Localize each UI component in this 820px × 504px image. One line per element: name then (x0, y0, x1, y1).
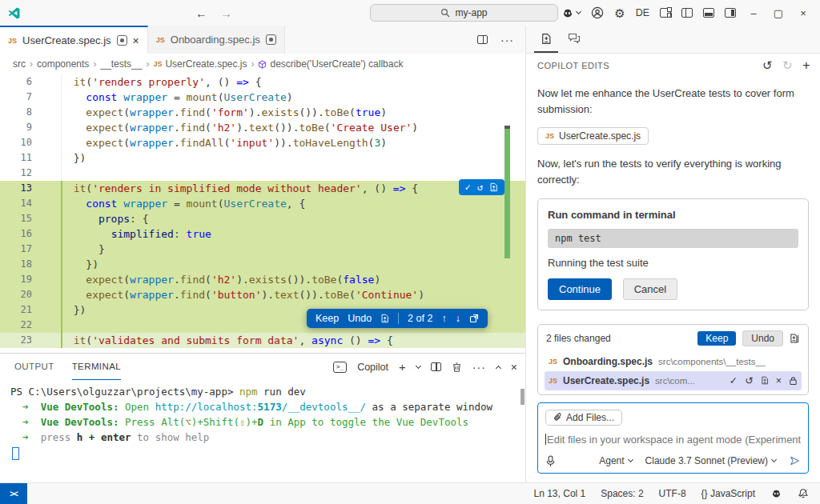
command-center-search[interactable]: my-app (370, 4, 558, 22)
code-line[interactable]: 9 expect(wrapper.find('h2').text()).toBe… (0, 120, 525, 135)
line-number: 20 (0, 287, 51, 302)
undo-button[interactable]: Undo (348, 313, 372, 324)
split-editor-icon[interactable] (477, 35, 488, 44)
modified-indicator-icon[interactable] (117, 35, 127, 46)
terminal-scrollbar[interactable] (521, 389, 525, 405)
open-diff-icon[interactable] (761, 376, 769, 385)
chat-input-box[interactable]: Add Files... Edit files in your workspac… (537, 402, 809, 474)
terminal-output[interactable]: PS C:\Users\olguzzar\projects\my-app> np… (0, 380, 525, 460)
customize-layout-icon[interactable] (660, 8, 671, 18)
code-line[interactable]: 17 } (0, 242, 525, 257)
terminal-profile-icon[interactable]: >_ (333, 362, 347, 373)
accept-change-icon[interactable]: ✓ (465, 182, 471, 193)
keep-button[interactable]: Keep (316, 313, 339, 324)
code-line[interactable]: 18 }) (0, 257, 525, 272)
editor-more-actions-icon[interactable]: ··· (500, 34, 514, 46)
breadcrumb-src[interactable]: src (13, 58, 26, 70)
copilot-menu-button[interactable] (561, 8, 581, 18)
breadcrumb-file[interactable]: JS UserCreate.spec.js (153, 58, 247, 70)
modified-indicator-icon[interactable] (266, 34, 276, 45)
microphone-icon[interactable] (545, 455, 556, 467)
notifications-bell-icon[interactable] (798, 488, 809, 499)
tab-output[interactable]: OUTPUT (14, 354, 54, 380)
toggle-primary-sidebar-icon[interactable] (681, 8, 693, 18)
remove-file-icon[interactable]: × (776, 375, 782, 386)
maximize-panel-icon[interactable] (496, 365, 501, 370)
settings-gear-icon[interactable]: ⚙ (614, 7, 625, 19)
tab-terminal[interactable]: TERMINAL (72, 354, 121, 380)
code-editor[interactable]: 6 it('renders properly', () => {7 const … (0, 74, 525, 353)
window-minimize-button[interactable]: – (746, 7, 761, 19)
code-line[interactable]: 19 expect(wrapper.find('h2').exists()).t… (0, 272, 525, 287)
breadcrumb-separator: › (30, 58, 33, 70)
tab-usercreate-spec[interactable]: JS UserCreate.spec.js × (0, 26, 148, 54)
terminal-dropdown-icon[interactable] (416, 362, 421, 368)
language-mode[interactable]: {} JavaScript (701, 488, 755, 499)
code-line[interactable]: 15 props: { (0, 211, 525, 226)
diff-file-icon[interactable] (489, 182, 498, 192)
toggle-secondary-sidebar-icon[interactable] (725, 8, 736, 18)
keep-all-button[interactable]: Keep (697, 331, 736, 346)
code-line[interactable]: 7 const wrapper = mount(UserCreate) (0, 90, 525, 105)
forward-arrow-icon[interactable]: → (220, 6, 232, 20)
undo-file-icon[interactable]: ↺ (745, 374, 753, 386)
encoding-setting[interactable]: UTF-8 (659, 488, 686, 499)
code-line[interactable]: 14 const wrapper = mount(UserCreate, { (0, 196, 525, 211)
file-chip[interactable]: JS UserCreate.spec.js (537, 127, 649, 145)
split-terminal-icon[interactable] (431, 362, 441, 371)
tab-copilot-chat[interactable] (561, 26, 587, 53)
code-line[interactable]: 11 }) (0, 150, 525, 166)
discard-change-icon[interactable]: ↺ (477, 182, 483, 193)
breadcrumb-components[interactable]: components (37, 58, 89, 70)
window-maximize-button[interactable]: ▢ (771, 7, 786, 19)
code-line[interactable]: 6 it('renders properly', () => { (0, 74, 525, 90)
tab-close-icon[interactable]: × (133, 34, 139, 47)
breadcrumb-tests[interactable]: __tests__ (100, 58, 142, 70)
code-line[interactable]: 16 simplified: true (0, 226, 525, 242)
panel-more-actions-icon[interactable]: ··· (472, 361, 486, 374)
code-line[interactable]: 12 (0, 166, 525, 181)
continue-button[interactable]: Continue (548, 278, 612, 300)
toggle-panel-icon[interactable] (703, 8, 714, 18)
close-panel-icon[interactable]: × (511, 361, 517, 374)
indentation-setting[interactable]: Spaces: 2 (601, 488, 643, 499)
terminal-name[interactable]: Copilot (357, 362, 388, 373)
code-line[interactable]: 13 it('renders in simplified mode withou… (0, 181, 525, 196)
open-changes-icon[interactable] (469, 314, 479, 323)
code-line[interactable]: 20 expect(wrapper.find('button').text())… (0, 287, 525, 302)
copilot-status-icon[interactable] (770, 489, 782, 498)
redo-edit-icon[interactable]: ↻ (782, 58, 793, 73)
undo-all-button[interactable]: Undo (742, 330, 783, 346)
undo-edit-icon[interactable]: ↺ (762, 58, 773, 73)
diff-file-icon[interactable] (380, 314, 389, 323)
overview-ruler-added-region[interactable] (504, 129, 510, 258)
model-selector[interactable]: Claude 3.7 Sonnet (Preview) (645, 455, 776, 466)
add-files-button[interactable]: Add Files... (545, 410, 622, 426)
keep-file-icon[interactable]: ✓ (730, 374, 738, 386)
chat-input-placeholder[interactable]: Edit files in your workspace in agent mo… (545, 434, 801, 446)
cancel-button[interactable]: Cancel (623, 278, 677, 300)
window-close-button[interactable]: × (796, 7, 810, 19)
changed-file-row[interactable]: JS Onboarding.spec.js src\components\__t… (545, 352, 802, 371)
new-session-icon[interactable]: + (802, 58, 810, 73)
file-name: Onboarding.spec.js (563, 356, 653, 367)
tab-copilot-edits[interactable] (534, 26, 558, 53)
breadcrumb-symbol[interactable]: describe('UserCreate') callback (258, 58, 403, 70)
remote-indicator[interactable]: >< (0, 483, 27, 504)
next-change-icon[interactable]: ↓ (456, 313, 460, 324)
view-all-edits-icon[interactable] (790, 333, 800, 344)
lock-file-icon[interactable] (789, 376, 798, 386)
account-icon[interactable] (591, 6, 604, 19)
code-line[interactable]: 10 expect(wrapper.findAll('input')).toHa… (0, 135, 525, 150)
new-terminal-icon[interactable]: + (399, 360, 406, 374)
mode-selector[interactable]: Agent (599, 455, 632, 466)
send-icon[interactable] (789, 455, 801, 466)
code-line[interactable]: 23 it('validates and submits form data',… (0, 333, 525, 348)
previous-change-icon[interactable]: ↑ (441, 313, 446, 324)
back-arrow-icon[interactable]: ← (195, 6, 207, 20)
changed-file-row[interactable]: JS UserCreate.spec.js src\com... ✓ ↺ × (545, 371, 802, 390)
code-line[interactable]: 8 expect(wrapper.find('form').exists()).… (0, 105, 525, 120)
kill-terminal-icon[interactable] (452, 362, 462, 373)
cursor-position[interactable]: Ln 13, Col 1 (534, 488, 586, 499)
tab-onboarding-spec[interactable]: JS Onboarding.spec.js (148, 26, 285, 54)
